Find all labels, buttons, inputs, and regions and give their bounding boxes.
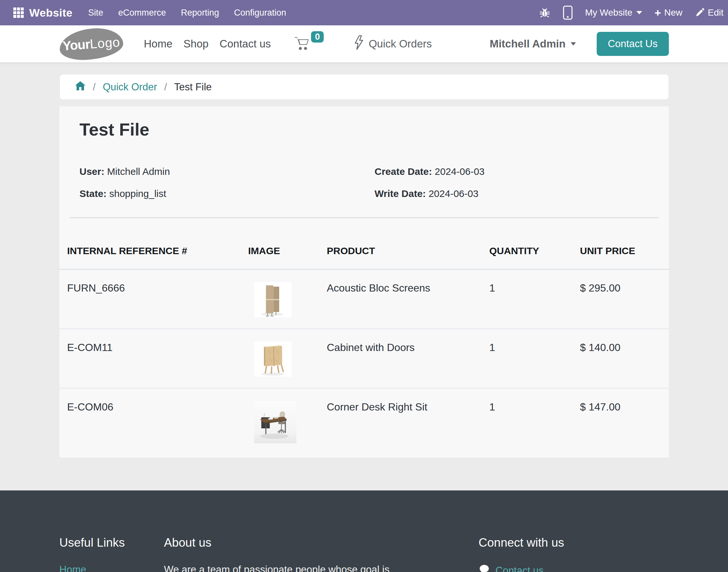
cell-unit-price: $ 147.00 xyxy=(580,388,669,455)
footer-home-link[interactable]: Home xyxy=(60,564,86,572)
menu-reporting[interactable]: Reporting xyxy=(181,8,219,18)
footer-useful-links: Useful Links Home xyxy=(60,536,164,572)
nav-contact-us[interactable]: Contact us xyxy=(220,38,271,50)
unit-price-value: $ 140.00 xyxy=(580,342,621,353)
product-name: Acoustic Bloc Screens xyxy=(327,282,430,294)
site-logo[interactable]: YourLogo xyxy=(58,26,124,61)
internal-reference-value: FURN_6666 xyxy=(67,282,125,294)
menu-configuration[interactable]: Configuration xyxy=(234,8,286,18)
website-switcher[interactable]: My Website xyxy=(585,7,642,18)
cell-product: Acoustic Bloc Screens xyxy=(327,270,490,329)
order-lines-table: INTERNAL REFERENCE # IMAGE PRODUCT QUANT… xyxy=(60,218,669,454)
quick-orders-link[interactable]: Quick Orders xyxy=(354,35,432,53)
cell-internal-reference: E-COM06 xyxy=(60,388,248,455)
field-create-date-label: Create Date: xyxy=(375,166,432,177)
table-header-row: INTERNAL REFERENCE # IMAGE PRODUCT QUANT… xyxy=(60,218,669,270)
cell-image xyxy=(248,388,327,455)
footer-about-text: We are a team of passionate people whose… xyxy=(164,564,479,572)
field-user-value: Mitchell Admin xyxy=(107,166,170,177)
field-state-value: shopping_list xyxy=(109,188,166,199)
odoo-top-navbar: Website Site eCommerce Reporting Configu… xyxy=(0,0,728,25)
nav-shop[interactable]: Shop xyxy=(184,38,209,50)
cell-unit-price: $ 140.00 xyxy=(580,329,669,388)
cart-count-badge: 0 xyxy=(311,31,324,43)
product-image-cabinet-with-doors xyxy=(254,342,327,377)
field-write-date: Write Date: 2024-06-03 xyxy=(375,188,649,199)
header-quantity: QUANTITY xyxy=(490,218,580,270)
breadcrumb: / Quick Order / Test File xyxy=(60,74,669,100)
breadcrumb-separator: / xyxy=(164,81,167,93)
cart-button[interactable]: 0 xyxy=(294,36,324,52)
plus-icon: + xyxy=(655,7,661,18)
apps-grid-icon[interactable] xyxy=(13,7,24,18)
field-write-date-value: 2024-06-03 xyxy=(429,188,479,199)
order-fields: User: Mitchell Admin Create Date: 2024-0… xyxy=(60,139,669,199)
product-name: Corner Desk Right Sit xyxy=(327,401,427,413)
cell-product: Cabinet with Doors xyxy=(327,329,490,388)
breadcrumb-quick-order-link[interactable]: Quick Order xyxy=(103,81,157,93)
breadcrumb-current: Test File xyxy=(174,81,212,93)
field-user-label: User: xyxy=(80,166,105,177)
header-internal-reference: INTERNAL REFERENCE # xyxy=(60,218,248,270)
app-name: Website xyxy=(29,6,72,19)
cell-product: Corner Desk Right Sit xyxy=(327,388,490,455)
edit-label: Edit xyxy=(708,7,723,18)
cell-image xyxy=(248,270,327,329)
user-account-menu[interactable]: Mitchell Admin xyxy=(490,38,576,50)
lightning-icon xyxy=(354,35,364,53)
quantity-value: 1 xyxy=(490,282,495,294)
chevron-down-icon xyxy=(571,42,576,46)
quantity-value: 1 xyxy=(490,401,495,413)
quick-order-card: Test File User: Mitchell Admin Create Da… xyxy=(60,106,669,457)
order-lines-body: FURN_6666 Acoustic Bloc Screens 1 $ xyxy=(60,270,669,455)
site-footer: Useful Links Home About us We are a team… xyxy=(0,490,728,572)
page-body: / Quick Order / Test File Test File User… xyxy=(0,62,728,490)
header-product: PRODUCT xyxy=(327,218,490,270)
mobile-preview-icon[interactable] xyxy=(563,5,573,20)
footer-heading-useful-links: Useful Links xyxy=(60,536,164,550)
website-app-menu[interactable]: Website xyxy=(13,6,72,19)
internal-reference-value: E-COM06 xyxy=(67,401,114,413)
field-write-date-label: Write Date: xyxy=(375,188,426,199)
product-image-corner-desk-right-sit xyxy=(254,401,327,443)
home-icon xyxy=(75,81,86,93)
cart-icon xyxy=(294,36,310,52)
field-state: State: shopping_list xyxy=(80,188,375,199)
chevron-down-icon xyxy=(636,11,642,14)
cell-internal-reference: FURN_6666 xyxy=(60,270,248,329)
breadcrumb-home-link[interactable] xyxy=(75,81,86,93)
quantity-value: 1 xyxy=(490,342,495,353)
footer-about-us: About us We are a team of passionate peo… xyxy=(164,536,479,572)
contact-us-button[interactable]: Contact Us xyxy=(597,32,668,56)
new-content-button[interactable]: + New xyxy=(655,7,682,18)
quick-orders-label: Quick Orders xyxy=(369,38,432,50)
pencil-icon xyxy=(695,8,705,17)
footer-connect: Connect with us Contact us xyxy=(479,536,669,572)
internal-reference-value: E-COM11 xyxy=(67,342,113,353)
unit-price-value: $ 295.00 xyxy=(580,282,621,294)
bug-icon[interactable] xyxy=(539,7,551,18)
table-row: E-COM06 Corner Desk Right Sit 1 $ xyxy=(60,388,669,455)
edit-page-button[interactable]: Edit xyxy=(695,7,723,18)
menu-ecommerce[interactable]: eCommerce xyxy=(118,8,166,18)
website-switcher-label: My Website xyxy=(585,7,633,18)
cell-internal-reference: E-COM11 xyxy=(60,329,248,388)
menu-site[interactable]: Site xyxy=(88,8,103,18)
navbar-right-tools: My Website + New Edit xyxy=(539,5,723,20)
header-unit-price: UNIT PRICE xyxy=(580,218,669,270)
field-state-label: State: xyxy=(80,188,106,199)
cell-image xyxy=(248,329,327,388)
user-name: Mitchell Admin xyxy=(490,38,566,50)
product-image-acoustic-bloc-screens xyxy=(254,282,327,317)
table-row: FURN_6666 Acoustic Bloc Screens 1 $ xyxy=(60,270,669,329)
page-title: Test File xyxy=(60,106,669,139)
field-user: User: Mitchell Admin xyxy=(80,166,375,177)
field-create-date-value: 2024-06-03 xyxy=(435,166,485,177)
footer-heading-about-us: About us xyxy=(164,536,479,550)
footer-contact-us-link[interactable]: Contact us xyxy=(496,565,544,572)
logo-text-logo: Logo xyxy=(89,34,121,51)
nav-home[interactable]: Home xyxy=(144,38,172,50)
field-create-date: Create Date: 2024-06-03 xyxy=(375,166,649,177)
breadcrumb-separator: / xyxy=(93,81,96,93)
site-nav: Home Shop Contact us xyxy=(144,38,271,50)
